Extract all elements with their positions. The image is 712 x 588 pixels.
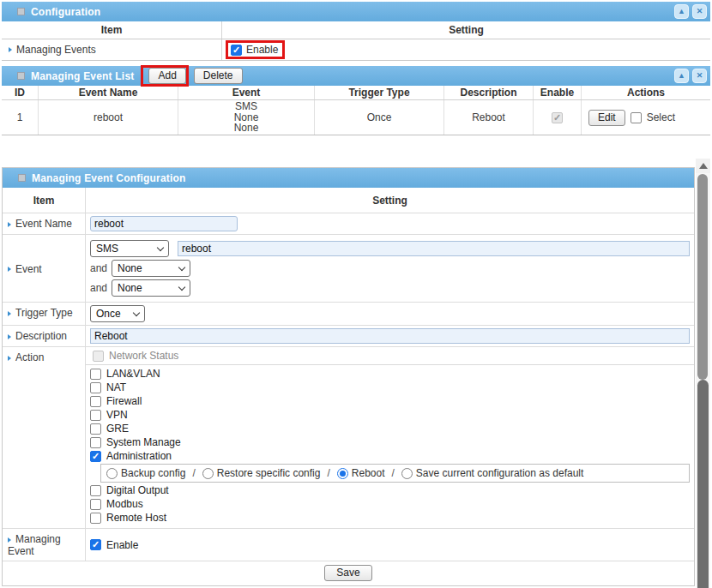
row-description: Reboot [444,100,534,135]
and-label: and [90,262,107,274]
add-annotation-box: Add [141,65,188,87]
row-trigger-type: Once [315,100,444,135]
row-id: 1 [2,100,39,135]
description-input[interactable] [90,328,690,344]
column-header-setting: Setting [222,21,710,39]
event-type-select[interactable]: SMS [90,240,169,257]
scrollbar-thumb-inner[interactable] [697,380,709,588]
managing-event-row: Managing Event Enable [3,528,694,561]
event-and-select-2[interactable]: None [112,279,190,297]
trigger-type-select[interactable]: Once [90,305,145,322]
event-configuration-header-bar: Managing Event Configuration [3,168,694,188]
backup-config-radio[interactable] [106,468,118,479]
save-default-radio[interactable] [401,468,413,479]
collapse-icon[interactable]: ▲ [674,69,689,83]
triangle-bullet-icon [9,47,12,52]
event-and-select-1[interactable]: None [112,260,190,277]
enable-label[interactable]: Enable [246,44,278,56]
vpn-checkbox[interactable] [90,410,101,421]
save-row: Save [3,561,694,585]
panel-icon [18,174,26,182]
event-name-input[interactable] [90,216,238,231]
remote-host-checkbox[interactable] [90,513,101,524]
trigger-type-row: Trigger Type Once [3,302,694,325]
column-header-id: ID [2,86,39,99]
column-header-item: Item [2,21,222,39]
select-label[interactable]: Select [647,111,675,123]
delete-button[interactable]: Delete [194,68,243,84]
configuration-panel: Configuration ▲ ✕ Item Setting Managing … [2,2,710,61]
administration-options: Backup config / Restore specific config … [100,464,690,483]
select-checkbox[interactable] [631,112,642,123]
chevron-down-icon [157,243,164,250]
save-button[interactable]: Save [324,565,371,581]
event-name-label: Event Name [15,218,72,230]
event-row: Event SMS and None and [3,234,694,302]
panel-title: Managing Event Configuration [32,172,186,184]
panel-title: Configuration [31,6,100,18]
configuration-header-bar: Configuration ▲ ✕ [2,2,710,21]
and-label: and [90,282,107,294]
reboot-radio[interactable] [337,468,348,479]
column-header-trigger-type: Trigger Type [315,86,444,99]
column-header-enable: Enable [534,86,582,99]
row-event-name: reboot [39,100,178,135]
panel-title: Managing Event List [31,70,134,82]
digital-output-checkbox[interactable] [90,485,101,496]
action-label: Action [15,351,44,363]
row-event: SMS None None [178,100,315,135]
nat-checkbox[interactable] [90,382,101,393]
event-text-input[interactable] [178,241,690,256]
managing-event-enable-checkbox[interactable] [90,539,101,550]
description-row: Description [3,325,694,346]
triangle-bullet-icon [8,356,11,361]
lan-vlan-checkbox[interactable] [90,369,101,380]
scroll-up-icon[interactable] [696,159,710,173]
managing-events-label: Managing Events [16,44,96,56]
event-configuration-panel: Managing Event Configuration Item Settin… [2,167,695,586]
row-actions-cell: Edit Select [582,100,710,135]
panel-icon [17,72,25,80]
triangle-bullet-icon [8,334,11,339]
network-status-label: Network Status [109,350,178,362]
system-manage-checkbox[interactable] [90,437,101,448]
managing-events-enable-checkbox[interactable] [231,45,242,56]
page: Configuration ▲ ✕ Item Setting Managing … [0,0,712,588]
restore-config-radio[interactable] [202,468,214,479]
column-header-actions: Actions [582,86,710,99]
firewall-checkbox[interactable] [90,396,101,407]
event-list-panel: Managing Event List Add Delete ▲ ✕ ID Ev… [2,66,710,135]
scrollbar[interactable] [696,159,710,588]
network-status-checkbox [93,351,104,362]
administration-checkbox[interactable] [90,451,101,462]
row-enable-cell [534,100,582,135]
add-button[interactable]: Add [148,68,185,84]
action-row: Action Network Status LAN&VLAN NAT Firew… [3,346,694,528]
edit-button[interactable]: Edit [588,110,625,126]
row-enable-checkbox [552,112,563,123]
managing-event-label: Managing Event [8,533,61,557]
table-row: 1 reboot SMS None None Once Reboot Edit … [2,100,710,135]
column-header-item: Item [3,188,86,213]
triangle-bullet-icon [8,267,11,272]
modbus-checkbox[interactable] [90,499,101,510]
triangle-bullet-icon [8,537,11,543]
collapse-icon[interactable]: ▲ [674,4,689,19]
enable-annotation-box: Enable [226,40,285,59]
column-header-event: Event [178,86,315,99]
event-label: Event [15,263,42,275]
scrollbar-thumb[interactable] [697,174,708,380]
enable-label[interactable]: Enable [106,539,138,551]
event-name-row: Event Name [3,213,694,234]
triangle-bullet-icon [8,311,11,316]
event-list-table-header: ID Event Name Event Trigger Type Descrip… [2,86,710,100]
column-header-setting: Setting [86,188,694,213]
trigger-type-label: Trigger Type [15,307,73,319]
gre-checkbox[interactable] [90,423,101,435]
close-icon[interactable]: ✕ [692,69,707,83]
config-table-header: Item Setting [3,188,694,213]
close-icon[interactable]: ✕ [692,4,707,19]
configuration-table-header: Item Setting [2,21,710,39]
column-header-description: Description [444,86,534,99]
column-header-event-name: Event Name [39,86,178,99]
